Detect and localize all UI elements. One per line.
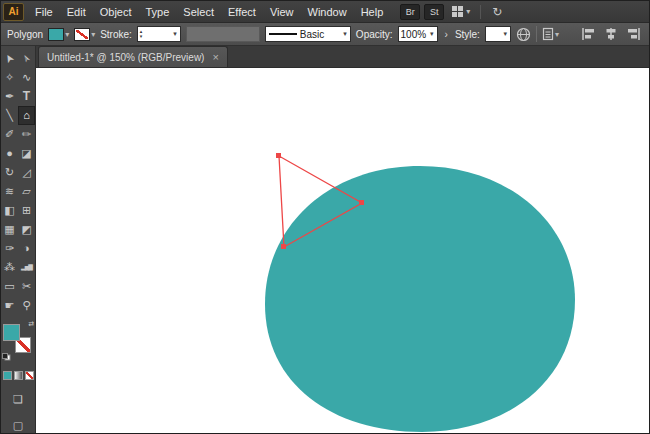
tool-gradient[interactable]: ◩ xyxy=(18,220,35,239)
stroke-label: Stroke: xyxy=(100,29,132,40)
tool-scale[interactable]: ◿ xyxy=(18,163,35,182)
align-center-icon[interactable] xyxy=(603,27,619,41)
menu-select[interactable]: Select xyxy=(176,1,221,23)
tool-width[interactable]: ≋ xyxy=(1,182,18,201)
align-left-icon[interactable] xyxy=(581,27,597,41)
tool-type[interactable]: T xyxy=(18,87,35,106)
fill-box[interactable] xyxy=(3,324,20,341)
globe-icon[interactable] xyxy=(516,27,531,42)
chevron-down-icon: ▾ xyxy=(172,30,178,38)
sync-icon[interactable]: ↻ xyxy=(488,5,506,19)
document-tab[interactable]: Untitled-1* @ 150% (RGB/Preview) × xyxy=(38,46,228,67)
anchor-point[interactable] xyxy=(281,244,286,249)
document-setup-button[interactable]: ▾ xyxy=(542,27,559,41)
close-icon[interactable]: × xyxy=(212,51,218,63)
menu-bar-right-group: Br St ▾ ↻ xyxy=(400,3,506,21)
grid-icon xyxy=(451,5,464,18)
selected-object-label: Polygon xyxy=(7,29,43,40)
panel-menu-chevron[interactable]: › xyxy=(443,29,450,40)
tool-free-transform[interactable]: ▱ xyxy=(18,182,35,201)
tool-polygon[interactable]: ⌂ xyxy=(18,106,35,125)
artboard-canvas[interactable] xyxy=(36,68,650,434)
menu-bar: Ai File Edit Object Type Select Effect V… xyxy=(1,1,649,23)
chevron-down-icon: ▾ xyxy=(65,30,69,39)
tool-pencil[interactable]: ✏ xyxy=(18,125,35,144)
tool-zoom[interactable]: ⚲ xyxy=(18,296,35,315)
menu-file[interactable]: File xyxy=(28,1,60,23)
document-tab-title: Untitled-1* @ 150% (RGB/Preview) xyxy=(47,52,204,63)
gradient-button[interactable] xyxy=(14,371,23,380)
color-button[interactable] xyxy=(3,371,12,380)
teal-blob-shape[interactable] xyxy=(265,166,575,432)
artwork xyxy=(36,68,650,434)
bridge-button[interactable]: Br xyxy=(400,4,420,20)
tool-blend[interactable]: ◑ xyxy=(18,239,35,258)
anchor-point[interactable] xyxy=(276,153,281,158)
document-area: Untitled-1* @ 150% (RGB/Preview) × xyxy=(36,46,650,434)
opacity-label: Opacity: xyxy=(356,29,393,40)
tool-blob-brush[interactable]: ● xyxy=(1,144,18,163)
control-bar: Polygon ▾ ▾ Stroke: ▴▾ ▾ Basic ▾ Opacity… xyxy=(1,23,649,46)
opacity-input[interactable]: 100% ▾ xyxy=(398,26,438,42)
tool-column-graph[interactable]: ▂▅▇ xyxy=(18,258,35,277)
fill-swatch-icon xyxy=(48,28,64,41)
tool-mesh[interactable]: ▦ xyxy=(1,220,18,239)
chevron-down-icon: ▾ xyxy=(555,30,559,39)
menu-window[interactable]: Window xyxy=(301,1,354,23)
tool-artboard[interactable]: ▭ xyxy=(1,277,18,296)
style-label: Style: xyxy=(455,29,480,40)
brush-definition-select[interactable]: Basic ▾ xyxy=(265,26,351,42)
tool-rotate[interactable]: ↻ xyxy=(1,163,18,182)
tool-lasso[interactable]: ∿ xyxy=(18,68,35,87)
tool-pen[interactable]: ✒ xyxy=(1,87,18,106)
stroke-none-icon xyxy=(74,28,90,41)
default-swatches-icon[interactable] xyxy=(2,353,11,361)
tool-perspective-grid[interactable]: ⊞ xyxy=(18,201,35,220)
anchor-point[interactable] xyxy=(359,200,364,205)
workspace: ➤ ➢ ✧ ∿ ✒ T ╲ ⌂ ✐ ✏ ● ◪ ↻ ◿ ≋ ▱ ◧ ⊞ ▦ ◩ xyxy=(1,46,649,434)
align-right-icon[interactable] xyxy=(625,27,641,41)
stroke-weight-input[interactable]: ▴▾ ▾ xyxy=(137,26,181,42)
opacity-value: 100% xyxy=(401,29,427,40)
menu-view[interactable]: View xyxy=(263,1,301,23)
arrange-documents-button[interactable]: ▾ xyxy=(448,3,473,21)
screen-mode-button[interactable]: ▢ xyxy=(13,418,23,432)
chevron-down-icon: ▾ xyxy=(429,30,435,38)
tool-paintbrush[interactable]: ✐ xyxy=(1,125,18,144)
tool-eyedropper[interactable]: ✑ xyxy=(1,239,18,258)
style-select[interactable]: ▾ xyxy=(485,26,511,42)
menu-help[interactable]: Help xyxy=(354,1,391,23)
draw-mode-button[interactable]: ❏ xyxy=(13,392,23,406)
none-button[interactable] xyxy=(25,371,34,380)
illustrator-window: Ai File Edit Object Type Select Effect V… xyxy=(0,0,650,434)
menu-effect[interactable]: Effect xyxy=(221,1,263,23)
separator xyxy=(480,5,481,19)
brush-name: Basic xyxy=(300,29,324,40)
fill-color-swatch[interactable]: ▾ xyxy=(48,28,69,41)
chevron-down-icon: ▾ xyxy=(502,30,508,38)
menu-object[interactable]: Object xyxy=(93,1,139,23)
fill-stroke-indicator[interactable]: ⇄ xyxy=(2,323,34,359)
align-buttons xyxy=(581,27,643,41)
tool-hand[interactable]: ☛ xyxy=(1,296,18,315)
swap-fill-stroke-icon[interactable]: ⇄ xyxy=(28,320,34,328)
menu-type[interactable]: Type xyxy=(139,1,177,23)
separator xyxy=(536,26,537,42)
menu-edit[interactable]: Edit xyxy=(60,1,93,23)
chevron-down-icon: ▾ xyxy=(466,7,470,16)
tool-symbol-sprayer[interactable]: ⁂ xyxy=(1,258,18,277)
chevron-down-icon: ▾ xyxy=(342,30,348,38)
tools-panel: ➤ ➢ ✧ ∿ ✒ T ╲ ⌂ ✐ ✏ ● ◪ ↻ ◿ ≋ ▱ ◧ ⊞ ▦ ◩ xyxy=(1,46,36,434)
stroke-color-swatch[interactable]: ▾ xyxy=(74,28,95,41)
tool-eraser[interactable]: ◪ xyxy=(18,144,35,163)
app-logo-icon: Ai xyxy=(3,3,24,21)
tool-line-segment[interactable]: ╲ xyxy=(1,106,18,125)
tool-grid: ➤ ➢ ✧ ∿ ✒ T ╲ ⌂ ✐ ✏ ● ◪ ↻ ◿ ≋ ▱ ◧ ⊞ ▦ ◩ xyxy=(1,49,35,315)
tool-slice[interactable]: ✂ xyxy=(18,277,35,296)
color-mode-buttons xyxy=(3,371,34,380)
stroke-weight-spinner[interactable]: ▴▾ xyxy=(140,29,143,39)
tool-magic-wand[interactable]: ✧ xyxy=(1,68,18,87)
tool-shape-builder[interactable]: ◧ xyxy=(1,201,18,220)
document-tab-bar: Untitled-1* @ 150% (RGB/Preview) × xyxy=(36,46,650,68)
stock-button[interactable]: St xyxy=(424,4,444,20)
